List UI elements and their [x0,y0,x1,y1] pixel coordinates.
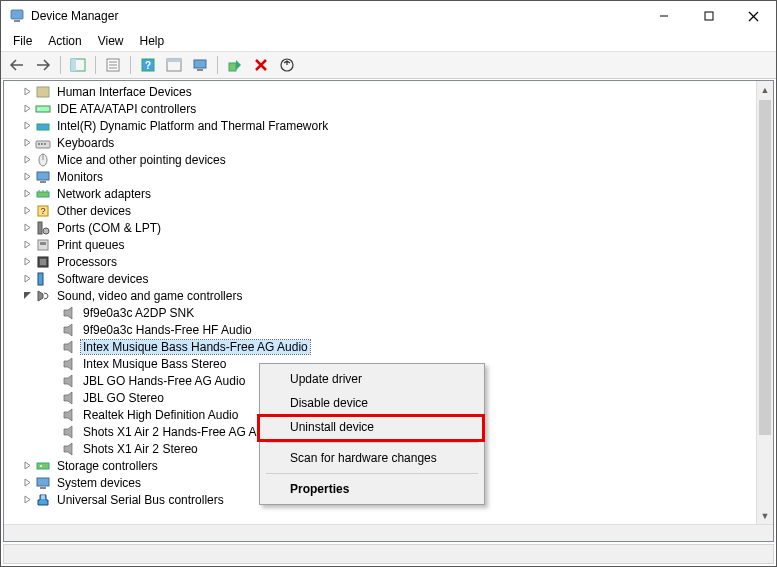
vertical-scrollbar[interactable]: ▲ ▼ [756,81,773,524]
tree-category-label: Software devices [55,272,150,286]
expand-arrow-icon[interactable] [22,223,33,232]
context-disable-device[interactable]: Disable device [262,391,482,415]
forward-button[interactable] [31,54,55,76]
svg-rect-46 [38,273,43,285]
svg-rect-29 [44,143,46,145]
tree-category[interactable]: Ports (COM & LPT) [4,219,756,236]
svg-rect-34 [37,192,49,197]
svg-rect-49 [37,478,49,486]
tree-device-label: Shots X1 Air 2 Stereo [81,442,200,456]
menubar: File Action View Help [1,31,776,51]
maximize-button[interactable] [686,1,731,31]
tree-category-label: System devices [55,476,143,490]
tree-device[interactable]: Intex Musique Bass Hands-Free AG Audio [4,338,756,355]
properties-button[interactable] [101,54,125,76]
tree-device-label: 9f9e0a3c A2DP SNK [81,306,196,320]
tree-category-label: Monitors [55,170,105,184]
expand-arrow-icon[interactable] [22,461,33,470]
scrollbar-thumb[interactable] [759,100,771,435]
tree-category[interactable]: Keyboards [4,134,756,151]
svg-rect-7 [71,59,76,71]
tree-device[interactable]: 9f9e0a3c A2DP SNK [4,304,756,321]
context-properties[interactable]: Properties [262,477,482,501]
tree-category[interactable]: Processors [4,253,756,270]
tree-category-label: IDE ATA/ATAPI controllers [55,102,198,116]
tree-category-label: Processors [55,255,119,269]
svg-rect-3 [705,12,713,20]
uninstall-device-button[interactable] [249,54,273,76]
expand-arrow-icon[interactable] [22,121,33,130]
show-hide-console-button[interactable] [66,54,90,76]
tree-category[interactable]: Human Interface Devices [4,83,756,100]
tree-device-label: Intex Musique Bass Stereo [81,357,228,371]
help-button[interactable]: ? [136,54,160,76]
context-separator [266,473,478,474]
tree-category[interactable]: Network adapters [4,185,756,202]
expand-arrow-icon[interactable] [22,138,33,147]
tree-category[interactable]: Mice and other pointing devices [4,151,756,168]
svg-point-48 [40,465,42,467]
tree-category[interactable]: ?Other devices [4,202,756,219]
expand-arrow-icon[interactable] [22,172,33,181]
scan-hardware-button[interactable] [188,54,212,76]
context-update-driver[interactable]: Update driver [262,367,482,391]
menu-action[interactable]: Action [40,32,89,50]
svg-rect-22 [37,87,49,97]
tree-category-label: Mice and other pointing devices [55,153,228,167]
update-driver-button[interactable] [275,54,299,76]
back-button[interactable] [5,54,29,76]
tree-category[interactable]: Monitors [4,168,756,185]
category-icon [35,237,51,253]
toolbar-icon[interactable] [162,54,186,76]
category-icon [35,220,51,236]
collapse-arrow-icon[interactable] [22,291,33,300]
window-title: Device Manager [31,9,641,23]
expand-arrow-icon[interactable] [22,206,33,215]
expand-arrow-icon[interactable] [22,189,33,198]
tree-category-label: Sound, video and game controllers [55,289,244,303]
tree-category-label: Human Interface Devices [55,85,194,99]
statusbar [3,544,774,564]
tree-category[interactable]: Software devices [4,270,756,287]
expand-arrow-icon[interactable] [22,87,33,96]
tree-device-label: JBL GO Hands-Free AG Audio [81,374,247,388]
menu-view[interactable]: View [90,32,132,50]
context-uninstall-device[interactable]: Uninstall device [262,415,482,439]
svg-rect-18 [229,63,236,71]
tree-device-label: Intex Musique Bass Hands-Free AG Audio [81,340,310,354]
toolbar: ? [1,51,776,79]
tree-category[interactable]: Print queues [4,236,756,253]
toolbar-separator [95,56,96,74]
expand-arrow-icon[interactable] [22,155,33,164]
tree-device[interactable]: 9f9e0a3c Hands-Free HF Audio [4,321,756,338]
menu-file[interactable]: File [5,32,40,50]
minimize-button[interactable] [641,1,686,31]
menu-help[interactable]: Help [132,32,173,50]
expand-arrow-icon[interactable] [22,274,33,283]
svg-rect-47 [37,463,49,469]
expand-arrow-icon[interactable] [22,104,33,113]
category-icon [35,271,51,287]
scroll-down-arrow[interactable]: ▼ [757,507,773,524]
category-icon [35,152,51,168]
svg-text:?: ? [145,60,151,71]
svg-rect-15 [167,59,181,62]
expand-arrow-icon[interactable] [22,478,33,487]
expand-arrow-icon[interactable] [22,257,33,266]
tree-category[interactable]: Sound, video and game controllers [4,287,756,304]
expand-arrow-icon[interactable] [22,495,33,504]
tree-category[interactable]: Intel(R) Dynamic Platform and Thermal Fr… [4,117,756,134]
tree-category-label: Storage controllers [55,459,160,473]
context-scan-hardware[interactable]: Scan for hardware changes [262,446,482,470]
scroll-up-arrow[interactable]: ▲ [757,81,773,98]
enable-device-button[interactable] [223,54,247,76]
expand-arrow-icon[interactable] [22,240,33,249]
toolbar-separator [217,56,218,74]
titlebar: Device Manager [1,1,776,31]
tree-category[interactable]: IDE ATA/ATAPI controllers [4,100,756,117]
close-button[interactable] [731,1,776,31]
tree-category-label: Print queues [55,238,126,252]
category-icon [35,186,51,202]
category-icon: ? [35,203,51,219]
toolbar-separator [60,56,61,74]
